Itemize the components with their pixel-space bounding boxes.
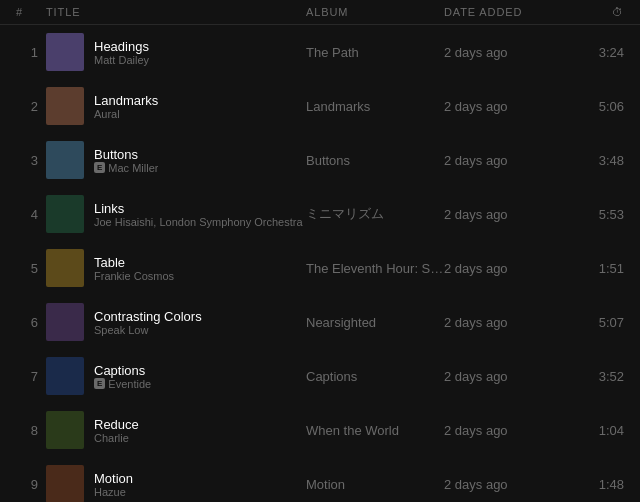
track-duration: 5:53 — [564, 207, 624, 222]
album-name: Captions — [306, 369, 444, 384]
album-art — [46, 465, 84, 502]
track-number: 5 — [16, 261, 46, 276]
track-info: Contrasting Colors Speak Low — [46, 303, 306, 341]
track-text: Links Joe Hisaishi, London Symphony Orch… — [94, 201, 303, 228]
track-row[interactable]: 1 Headings Matt Dailey The Path 2 days a… — [0, 25, 640, 79]
track-info: Table Frankie Cosmos — [46, 249, 306, 287]
track-artist: Speak Low — [94, 324, 202, 336]
track-number: 3 — [16, 153, 46, 168]
track-text: Captions E Eventide — [94, 363, 151, 390]
track-number: 6 — [16, 315, 46, 330]
track-duration: 5:07 — [564, 315, 624, 330]
track-number: 8 — [16, 423, 46, 438]
track-duration: 5:06 — [564, 99, 624, 114]
album-name: Landmarks — [306, 99, 444, 114]
track-name: Contrasting Colors — [94, 309, 202, 324]
track-row[interactable]: 8 Reduce Charlie When the World 2 days a… — [0, 403, 640, 457]
date-added: 2 days ago — [444, 423, 564, 438]
track-info: Landmarks Aural — [46, 87, 306, 125]
track-name: Table — [94, 255, 174, 270]
track-row[interactable]: 5 Table Frankie Cosmos The Eleventh Hour… — [0, 241, 640, 295]
track-duration: 1:04 — [564, 423, 624, 438]
track-text: Table Frankie Cosmos — [94, 255, 174, 282]
track-artist: Hazue — [94, 486, 133, 498]
track-artist: Joe Hisaishi, London Symphony Orchestra — [94, 216, 303, 228]
track-number: 2 — [16, 99, 46, 114]
track-number: 9 — [16, 477, 46, 492]
album-name: Buttons — [306, 153, 444, 168]
track-name: Landmarks — [94, 93, 158, 108]
date-added: 2 days ago — [444, 99, 564, 114]
track-info: Buttons E Mac Miller — [46, 141, 306, 179]
track-info: Headings Matt Dailey — [46, 33, 306, 71]
album-art — [46, 249, 84, 287]
track-info: Captions E Eventide — [46, 357, 306, 395]
track-name: Buttons — [94, 147, 158, 162]
album-name: Motion — [306, 477, 444, 492]
track-number: 4 — [16, 207, 46, 222]
track-row[interactable]: 6 Contrasting Colors Speak Low Nearsight… — [0, 295, 640, 349]
col-date: Date added — [444, 6, 564, 18]
album-art — [46, 141, 84, 179]
track-row[interactable]: 4 Links Joe Hisaishi, London Symphony Or… — [0, 187, 640, 241]
track-artist: Matt Dailey — [94, 54, 149, 66]
track-table: # Title Album Date added ⏱ 1 Headings Ma… — [0, 0, 640, 502]
album-art — [46, 303, 84, 341]
date-added: 2 days ago — [444, 45, 564, 60]
date-added: 2 days ago — [444, 477, 564, 492]
track-text: Buttons E Mac Miller — [94, 147, 158, 174]
track-name: Motion — [94, 471, 133, 486]
track-duration: 3:52 — [564, 369, 624, 384]
table-header: # Title Album Date added ⏱ — [0, 0, 640, 25]
album-name: The Eleventh Hour: Songs for Climate ... — [306, 261, 444, 276]
col-album: Album — [306, 6, 444, 18]
explicit-badge: E — [94, 378, 105, 389]
date-added: 2 days ago — [444, 153, 564, 168]
album-art — [46, 87, 84, 125]
track-name: Reduce — [94, 417, 139, 432]
track-info: Links Joe Hisaishi, London Symphony Orch… — [46, 195, 306, 233]
album-name: ミニマリズム — [306, 205, 444, 223]
track-text: Headings Matt Dailey — [94, 39, 149, 66]
album-name: The Path — [306, 45, 444, 60]
date-added: 2 days ago — [444, 369, 564, 384]
date-added: 2 days ago — [444, 315, 564, 330]
album-name: When the World — [306, 423, 444, 438]
track-number: 1 — [16, 45, 46, 60]
track-duration: 3:24 — [564, 45, 624, 60]
explicit-badge: E — [94, 162, 105, 173]
track-text: Motion Hazue — [94, 471, 133, 498]
track-duration: 1:51 — [564, 261, 624, 276]
col-num: # — [16, 6, 46, 18]
track-info: Motion Hazue — [46, 465, 306, 502]
track-duration: 1:48 — [564, 477, 624, 492]
track-text: Landmarks Aural — [94, 93, 158, 120]
track-list: 1 Headings Matt Dailey The Path 2 days a… — [0, 25, 640, 502]
track-row[interactable]: 7 Captions E Eventide Captions 2 days ag… — [0, 349, 640, 403]
col-title: Title — [46, 6, 306, 18]
track-name: Captions — [94, 363, 151, 378]
track-row[interactable]: 9 Motion Hazue Motion 2 days ago 1:48 — [0, 457, 640, 502]
album-art — [46, 357, 84, 395]
track-artist: Aural — [94, 108, 158, 120]
date-added: 2 days ago — [444, 261, 564, 276]
date-added: 2 days ago — [444, 207, 564, 222]
track-info: Reduce Charlie — [46, 411, 306, 449]
album-name: Nearsighted — [306, 315, 444, 330]
track-text: Reduce Charlie — [94, 417, 139, 444]
track-name: Links — [94, 201, 303, 216]
track-name: Headings — [94, 39, 149, 54]
track-text: Contrasting Colors Speak Low — [94, 309, 202, 336]
album-art — [46, 33, 84, 71]
album-art — [46, 411, 84, 449]
track-duration: 3:48 — [564, 153, 624, 168]
col-duration-icon: ⏱ — [564, 6, 624, 18]
album-art — [46, 195, 84, 233]
track-number: 7 — [16, 369, 46, 384]
track-row[interactable]: 3 Buttons E Mac Miller Buttons 2 days ag… — [0, 133, 640, 187]
track-artist: E Eventide — [94, 378, 151, 390]
track-row[interactable]: 2 Landmarks Aural Landmarks 2 days ago 5… — [0, 79, 640, 133]
track-artist: E Mac Miller — [94, 162, 158, 174]
track-artist: Charlie — [94, 432, 139, 444]
track-artist: Frankie Cosmos — [94, 270, 174, 282]
